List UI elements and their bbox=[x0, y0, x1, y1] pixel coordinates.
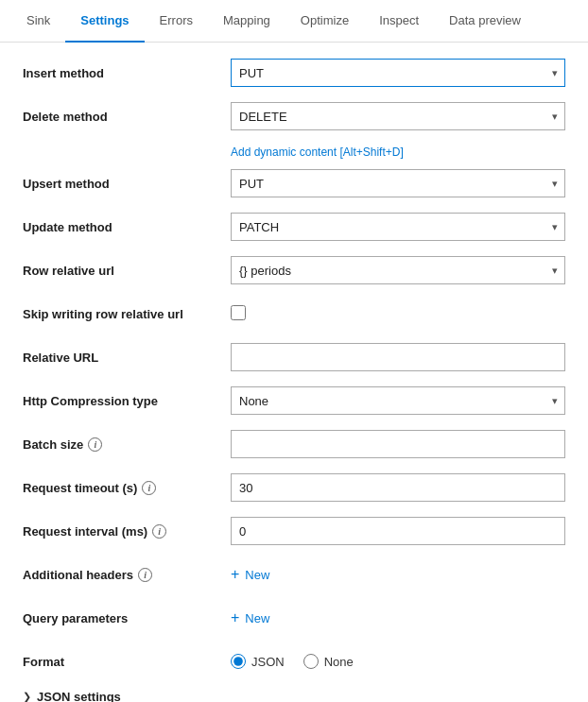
http-compression-row: Http Compression type None GZip Deflate … bbox=[23, 385, 565, 416]
request-timeout-info-icon[interactable]: i bbox=[142, 481, 156, 495]
update-method-control: PATCH PUT POST GET DELETE ▾ bbox=[231, 213, 565, 241]
relative-url-control bbox=[231, 343, 565, 371]
upsert-method-label: Upsert method bbox=[23, 177, 231, 191]
update-method-label: Update method bbox=[23, 220, 231, 234]
update-method-select[interactable]: PATCH PUT POST GET DELETE bbox=[231, 213, 565, 241]
query-parameters-plus-icon: + bbox=[231, 610, 239, 625]
upsert-method-row: Upsert method PUT POST GET PATCH DELETE … bbox=[23, 168, 565, 198]
tab-settings[interactable]: Settings bbox=[65, 0, 144, 43]
format-control: JSON None bbox=[231, 654, 565, 669]
request-interval-input[interactable] bbox=[231, 517, 565, 545]
delete-method-label: Delete method bbox=[23, 110, 231, 124]
format-none-label: None bbox=[324, 655, 354, 669]
relative-url-row: Relative URL bbox=[23, 342, 565, 372]
query-parameters-control: + New bbox=[231, 610, 565, 625]
json-settings-label: JSON settings bbox=[37, 690, 121, 702]
delete-method-select[interactable]: DELETE PUT POST GET PATCH bbox=[231, 102, 565, 130]
additional-headers-new-button[interactable]: + New bbox=[231, 567, 269, 582]
insert-method-control: PUT POST GET PATCH DELETE ▾ bbox=[231, 59, 565, 87]
upsert-method-select-wrapper: PUT POST GET PATCH DELETE ▾ bbox=[231, 169, 565, 197]
tab-inspect[interactable]: Inspect bbox=[364, 0, 434, 43]
batch-size-control bbox=[231, 430, 565, 458]
query-parameters-new-button[interactable]: + New bbox=[231, 610, 269, 625]
format-none-option[interactable]: None bbox=[303, 654, 354, 669]
dynamic-content-row: Add dynamic content [Alt+Shift+D] bbox=[23, 145, 565, 159]
additional-headers-control: + New bbox=[231, 567, 565, 582]
http-compression-control: None GZip Deflate ▾ bbox=[231, 386, 565, 415]
insert-method-label: Insert method bbox=[23, 66, 231, 80]
json-settings-row[interactable]: ❯ JSON settings bbox=[23, 690, 565, 702]
tab-mapping[interactable]: Mapping bbox=[208, 0, 285, 43]
batch-size-input[interactable] bbox=[231, 430, 565, 458]
delete-method-control: DELETE PUT POST GET PATCH ▾ bbox=[231, 102, 565, 130]
json-settings-chevron-icon: ❯ bbox=[23, 691, 31, 702]
skip-writing-control bbox=[231, 305, 565, 323]
http-compression-select[interactable]: None GZip Deflate bbox=[231, 386, 565, 415]
additional-headers-row: Additional headers i + New bbox=[23, 559, 565, 590]
insert-method-select-wrapper: PUT POST GET PATCH DELETE ▾ bbox=[231, 59, 565, 87]
skip-writing-label: Skip writing row relative url bbox=[23, 307, 231, 321]
format-none-radio[interactable] bbox=[303, 654, 319, 669]
format-label: Format bbox=[23, 655, 231, 669]
request-timeout-label: Request timeout (s) i bbox=[23, 481, 231, 495]
update-method-row: Update method PATCH PUT POST GET DELETE … bbox=[23, 212, 565, 242]
delete-method-row: Delete method DELETE PUT POST GET PATCH … bbox=[23, 101, 565, 131]
upsert-method-control: PUT POST GET PATCH DELETE ▾ bbox=[231, 169, 565, 197]
row-relative-url-select-wrapper: {} periods None ▾ bbox=[231, 256, 565, 284]
row-relative-url-control: {} periods None ▾ bbox=[231, 256, 565, 284]
row-relative-url-select[interactable]: {} periods None bbox=[231, 256, 565, 284]
dynamic-content-link[interactable]: Add dynamic content [Alt+Shift+D] bbox=[231, 146, 404, 159]
request-interval-row: Request interval (ms) i bbox=[23, 516, 565, 546]
update-method-select-wrapper: PATCH PUT POST GET DELETE ▾ bbox=[231, 213, 565, 241]
format-json-option[interactable]: JSON bbox=[231, 654, 285, 669]
format-json-label: JSON bbox=[251, 655, 285, 669]
query-parameters-row: Query parameters + New bbox=[23, 603, 565, 633]
http-compression-label: Http Compression type bbox=[23, 394, 231, 408]
skip-writing-row: Skip writing row relative url bbox=[23, 299, 565, 329]
request-timeout-input[interactable] bbox=[231, 473, 565, 502]
format-row: Format JSON None bbox=[23, 646, 565, 676]
skip-writing-checkbox[interactable] bbox=[231, 305, 246, 320]
additional-headers-info-icon[interactable]: i bbox=[138, 568, 152, 582]
query-parameters-label: Query parameters bbox=[23, 611, 231, 625]
request-interval-info-icon[interactable]: i bbox=[152, 524, 166, 539]
request-interval-control bbox=[231, 517, 565, 545]
delete-method-select-wrapper: DELETE PUT POST GET PATCH ▾ bbox=[231, 102, 565, 130]
insert-method-select[interactable]: PUT POST GET PATCH DELETE bbox=[231, 59, 565, 87]
tab-errors[interactable]: Errors bbox=[145, 0, 208, 43]
format-json-radio[interactable] bbox=[231, 654, 246, 669]
relative-url-input[interactable] bbox=[231, 343, 565, 371]
http-compression-select-wrapper: None GZip Deflate ▾ bbox=[231, 386, 565, 415]
tab-sink[interactable]: Sink bbox=[11, 0, 65, 43]
batch-size-row: Batch size i bbox=[23, 429, 565, 459]
relative-url-label: Relative URL bbox=[23, 351, 231, 365]
additional-headers-plus-icon: + bbox=[231, 567, 239, 582]
row-relative-url-label: Row relative url bbox=[23, 264, 231, 278]
request-timeout-row: Request timeout (s) i bbox=[23, 472, 565, 503]
tab-bar: Sink Settings Errors Mapping Optimize In… bbox=[0, 0, 588, 43]
request-timeout-control bbox=[231, 473, 565, 502]
additional-headers-label: Additional headers i bbox=[23, 568, 231, 582]
request-interval-label: Request interval (ms) i bbox=[23, 524, 231, 539]
insert-method-row: Insert method PUT POST GET PATCH DELETE … bbox=[23, 58, 565, 88]
batch-size-info-icon[interactable]: i bbox=[88, 437, 102, 452]
row-relative-url-row: Row relative url {} periods None ▾ bbox=[23, 255, 565, 285]
format-radio-group: JSON None bbox=[231, 654, 565, 669]
batch-size-label: Batch size i bbox=[23, 437, 231, 452]
tab-optimize[interactable]: Optimize bbox=[285, 0, 364, 43]
tab-data-preview[interactable]: Data preview bbox=[434, 0, 536, 43]
settings-form: Insert method PUT POST GET PATCH DELETE … bbox=[0, 43, 588, 702]
upsert-method-select[interactable]: PUT POST GET PATCH DELETE bbox=[231, 169, 565, 197]
